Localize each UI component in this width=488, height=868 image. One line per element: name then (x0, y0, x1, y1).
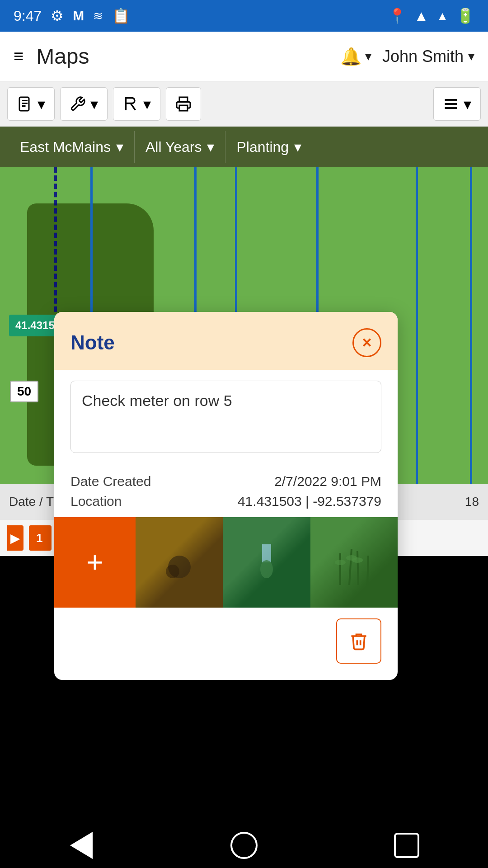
field-chevron-icon: ▾ (116, 138, 123, 156)
photo-thumbnail-2[interactable] (223, 517, 310, 608)
status-right: 📍 ▲ ▲ 🔋 (388, 7, 474, 24)
add-icon: + (86, 546, 103, 579)
svg-rect-6 (179, 105, 188, 111)
field-line-6 (470, 167, 472, 484)
home-icon (230, 832, 258, 859)
bell-chevron-icon: ▾ (365, 49, 371, 64)
arrow-indicator: ▶ (7, 525, 23, 551)
note-meta: Date Created 2/7/2022 9:01 PM Location 4… (54, 466, 398, 517)
wrench-icon (70, 96, 86, 112)
type-filter-button[interactable]: Planting ▾ (225, 131, 312, 163)
location-icon: 📍 (388, 7, 406, 24)
note-photos: + (54, 517, 398, 608)
close-icon: × (362, 333, 371, 352)
clipboard-icon: 📋 (112, 7, 130, 24)
menu-icon[interactable]: ≡ (14, 47, 23, 66)
photo-thumbnail-3[interactable] (310, 517, 398, 608)
location-label: Location (70, 494, 226, 509)
doc-button[interactable]: ▾ (7, 87, 55, 121)
tool-button[interactable]: ▾ (60, 87, 108, 121)
doc-chevron-icon: ▾ (38, 95, 45, 113)
app-bar: ≡ Maps 🔔 ▾ John Smith ▾ (0, 32, 488, 81)
number-badge: 50 (10, 381, 38, 402)
print-button[interactable] (166, 87, 201, 121)
date-created-label: Date Created (70, 474, 226, 489)
info-text: Date / T (9, 495, 54, 509)
year-filter-label: All Years (145, 139, 202, 156)
page-number-badge: 1 (29, 525, 52, 551)
status-bar: 9:47 ⚙ M ≋ 📋 📍 ▲ ▲ 🔋 (0, 0, 488, 32)
notification-button[interactable]: 🔔 ▾ (340, 47, 371, 66)
type-chevron-icon: ▾ (294, 138, 301, 156)
print-icon (175, 96, 192, 112)
location-value: 41.431503 | -92.537379 (226, 494, 381, 509)
trash-icon (349, 631, 369, 651)
recents-icon (394, 833, 419, 858)
filter-bar: East McMains ▾ All Years ▾ Planting ▾ (0, 127, 488, 167)
nav-home-button[interactable] (226, 827, 262, 863)
back-icon (70, 832, 93, 859)
add-photo-button[interactable]: + (54, 517, 136, 608)
rx-chevron-icon: ▾ (143, 95, 151, 113)
bottom-nav (0, 823, 488, 868)
note-text-field[interactable] (70, 381, 381, 453)
svg-point-11 (166, 565, 179, 578)
date-created-value: 2/7/2022 9:01 PM (226, 474, 381, 489)
svg-point-13 (260, 560, 273, 578)
nav-back-button[interactable] (63, 827, 99, 863)
settings-icon: ⚙ (51, 7, 64, 24)
note-body (54, 370, 398, 466)
field-line-5 (416, 167, 418, 484)
note-footer (54, 608, 398, 680)
user-name-label: John Smith (382, 47, 464, 66)
tool-chevron-icon: ▾ (90, 95, 98, 113)
app-title: Maps (36, 44, 340, 69)
wifi-icon: ▲ (414, 8, 429, 24)
more-menu-button[interactable]: ▾ (433, 87, 481, 121)
app-bar-right: 🔔 ▾ John Smith ▾ (340, 47, 474, 66)
signal-icon: ▲ (436, 9, 448, 23)
status-time: 9:47 (14, 8, 42, 24)
doc-icon (17, 96, 33, 112)
svg-point-20 (352, 557, 363, 563)
note-dialog: Note × Date Created 2/7/2022 9:01 PM Loc… (54, 312, 398, 680)
info-right: 18 (465, 495, 479, 509)
more-chevron-icon: ▾ (464, 95, 471, 113)
user-menu-button[interactable]: John Smith ▾ (382, 47, 474, 66)
year-chevron-icon: ▾ (207, 138, 214, 156)
field-filter-label: East McMains (20, 139, 111, 156)
user-chevron-icon: ▾ (468, 49, 474, 64)
toolbar: ▾ ▾ ▾ ▾ (0, 81, 488, 127)
svg-line-16 (357, 551, 358, 585)
svg-line-15 (349, 549, 352, 585)
svg-line-5 (131, 103, 136, 110)
rx-button[interactable]: ▾ (113, 87, 160, 121)
hamburger-icon (443, 96, 459, 112)
sim-icon: ≋ (93, 9, 103, 23)
type-filter-label: Planting (236, 139, 289, 156)
year-filter-button[interactable]: All Years ▾ (135, 131, 226, 163)
nav-recents-button[interactable] (389, 827, 425, 863)
note-header: Note × (54, 312, 398, 370)
photo-thumbnail-1[interactable] (136, 517, 223, 608)
svg-line-17 (367, 556, 368, 585)
note-title: Note (70, 331, 115, 354)
note-close-button[interactable]: × (352, 328, 381, 357)
battery-icon: 🔋 (456, 7, 474, 24)
delete-note-button[interactable] (336, 618, 381, 664)
svg-rect-12 (262, 544, 271, 562)
bell-icon: 🔔 (340, 47, 361, 66)
gmail-icon: M (73, 8, 84, 24)
status-left: 9:47 ⚙ M ≋ 📋 (14, 7, 130, 24)
svg-point-18 (335, 560, 346, 565)
field-filter-button[interactable]: East McMains ▾ (9, 131, 135, 163)
rx-icon (122, 96, 139, 112)
